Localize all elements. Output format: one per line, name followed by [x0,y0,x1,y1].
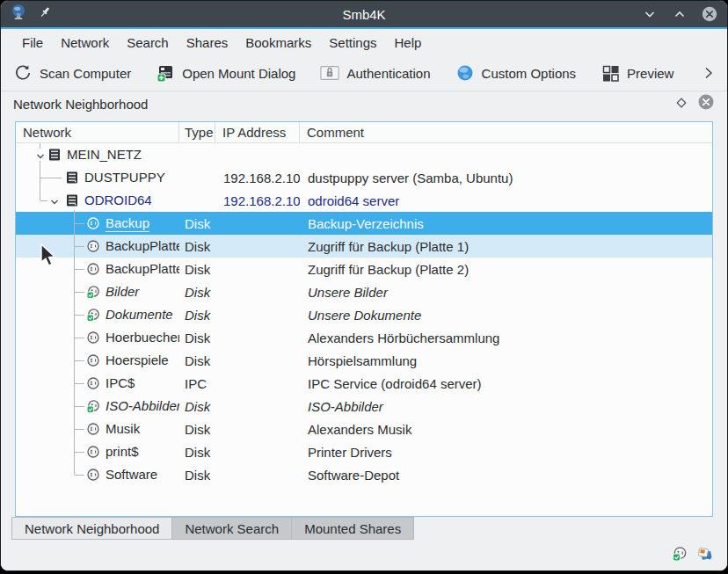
network-name: ODROID64 [84,192,152,208]
ip-address-cell [215,280,300,303]
share-mounted-icon [86,285,100,299]
minimize-icon[interactable] [641,5,659,23]
tree-row-backupplatte2[interactable]: BackupPlatte2$DiskZugriff für Backup (Pl… [16,258,712,280]
network-tree-view: NetworkTypeIP AddressComment MEIN_NETZDU… [15,121,713,517]
type-cell: Disk [179,418,215,440]
toolbar-label: Authentication [346,66,430,81]
server-icon [65,171,79,185]
tree-row-bilder[interactable]: BilderDiskUnsere Bilder [16,280,712,303]
tree-row-musik[interactable]: MusikDiskAlexanders Musik [16,418,712,440]
network-name: BackupPlatte2$ [106,260,179,277]
network-name: Dokumente [106,306,173,323]
scan-computer-button[interactable]: Scan Computer [13,63,131,83]
authentication-button[interactable]: Authentication [320,63,430,83]
tab-network-neighborhood[interactable]: Network Neighborhood [11,517,172,540]
menu-file[interactable]: File [13,32,52,54]
expander-down-icon[interactable] [49,195,60,206]
ip-address-cell: 192.168.2.105 [215,166,300,189]
tree-row-ipc[interactable]: IPC$IPCIPC Service (odroid64 server) [16,372,712,395]
comment-cell: Zugriff für Backup (Platte 1) [300,235,712,258]
network-cell: Hoerbuecher [16,326,179,349]
network-name: Hoerbuecher [106,329,179,345]
share-icon [86,353,100,367]
tree-row-mein-netz[interactable]: MEIN_NETZ [16,143,712,166]
comment-cell [300,143,712,166]
tree-row-software[interactable]: SoftwareDiskSoftware-Depot [16,463,712,486]
app-icon [10,4,27,25]
comment-cell: Zugriff für Backup (Platte 2) [300,258,712,280]
network-cell: Hoerspiele [16,349,179,372]
tree-row-dustpuppy[interactable]: DUSTPUPPY192.168.2.105dustpuppy server (… [16,166,712,189]
tree-row-backupplatte1[interactable]: BackupPlatte1$DiskZugriff für Backup (Pl… [16,235,712,258]
tab-network-search[interactable]: Network Search [172,517,292,540]
tree-row-odroid64[interactable]: ODROID64192.168.2.102odroid64 server [16,189,712,212]
maximize-icon[interactable] [671,5,688,23]
network-name: Software [106,466,157,483]
window-title: Smb4K [1,7,727,22]
network-name: Musik [106,420,140,437]
tree-row-backup[interactable]: BackupDiskBackup-Verzeichnis [16,212,712,235]
menu-bookmarks[interactable]: Bookmarks [237,32,320,54]
tree-row-hoerspiele[interactable]: HoerspieleDiskHörspielsammlung [16,349,712,372]
type-cell [179,143,215,166]
column-header-type[interactable]: Type [179,122,215,142]
menu-network[interactable]: Network [52,32,118,54]
share-mounted-icon [86,308,100,322]
type-cell: Disk [179,303,215,326]
network-cell: Musik [16,418,179,440]
expander-down-icon[interactable] [35,149,46,160]
type-cell: Disk [179,440,215,463]
custom-options-button[interactable]: Custom Options [455,63,577,83]
comment-cell: odroid64 server [300,189,712,212]
float-icon[interactable] [676,96,687,112]
toolbar-label: Custom Options [482,66,577,81]
pin-icon[interactable] [38,5,52,23]
toolbar-label: Preview [627,66,673,81]
network-name: Hoerspiele [106,352,169,368]
type-cell: Disk [179,463,215,486]
menu-help[interactable]: Help [385,32,430,54]
titlebar: Smb4K [1,1,727,29]
menu-shares[interactable]: Shares [178,32,237,54]
column-header-comment[interactable]: Comment [300,122,712,142]
authentication-icon [320,63,339,83]
custom-options-icon [455,63,475,83]
preview-icon [601,63,620,83]
column-header-ip-address[interactable]: IP Address [215,122,300,142]
type-cell: Disk [179,395,215,418]
comment-cell: Printer Drivers [300,440,712,463]
tree-row-print[interactable]: print$DiskPrinter Drivers [16,440,712,463]
network-name: print$ [106,443,139,460]
menu-settings[interactable]: Settings [320,32,385,54]
ip-address-cell [215,326,300,349]
comment-cell: Unsere Bilder [300,280,712,303]
statusbar [1,540,727,571]
dock-title: Network Neighborhood [13,97,148,112]
comment-cell: dustpuppy server (Samba, Ubuntu) [300,166,712,189]
smb4k-window: Smb4K FileNetworkSearchSharesBookmarksSe… [0,0,728,571]
tab-mounted-shares[interactable]: Mounted Shares [292,517,414,540]
type-cell: Disk [179,326,215,349]
scan-icon [13,63,33,83]
menu-search[interactable]: Search [118,32,178,54]
tree-row-dokumente[interactable]: DokumenteDiskUnsere Dokumente [16,303,712,326]
ip-address-cell [215,212,300,235]
preview-button[interactable]: Preview [601,63,673,83]
mount-dialog-icon [156,63,175,83]
network-cell: IPC$ [16,372,179,395]
open-mount-dialog-button[interactable]: Open Mount Dialog [156,63,295,83]
dock-close-icon[interactable] [697,93,715,114]
network-name: MEIN_NETZ [67,146,142,163]
tree-row-hoerbuecher[interactable]: HoerbuecherDiskAlexanders Hörbüchersamml… [16,326,712,349]
tree-rows: MEIN_NETZDUSTPUPPY192.168.2.105dustpuppy… [16,143,712,486]
close-icon[interactable] [701,5,718,23]
tree-row-iso-abbilder[interactable]: ISO-AbbilderDiskISO-Abbilder [16,395,712,418]
toolbar-overflow-button[interactable] [701,66,715,80]
bottom-tabbar: Network NeighborhoodNetwork SearchMounte… [1,517,727,540]
type-cell: Disk [179,258,215,280]
ip-address-cell [215,418,300,440]
network-cell: Backup [16,212,179,235]
comment-cell: ISO-Abbilder [300,395,712,418]
column-header-network[interactable]: Network [16,122,179,142]
network-name: ISO-Abbilder [106,397,179,414]
